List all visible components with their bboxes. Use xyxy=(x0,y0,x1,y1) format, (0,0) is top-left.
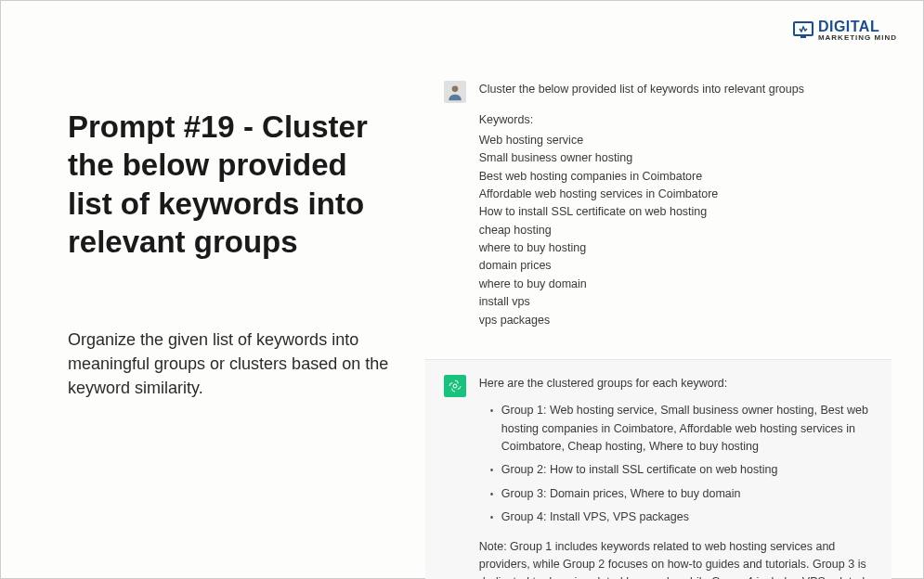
keyword-item: install vps xyxy=(479,293,873,311)
group-list: Group 1: Web hosting service, Small busi… xyxy=(490,402,873,526)
keyword-list: Web hosting service Small business owner… xyxy=(479,132,873,329)
left-panel: Prompt #19 - Cluster the below provided … xyxy=(1,1,425,578)
group-item: Group 4: Install VPS, VPS packages xyxy=(490,508,873,526)
logo-main-text: DIGITAL xyxy=(818,20,897,33)
brand-logo: DIGITAL MARKETING MIND xyxy=(792,19,897,42)
keyword-item: cheap hosting xyxy=(479,222,873,239)
logo-sub-text: MARKETING MIND xyxy=(818,34,897,41)
keyword-item: where to buy hosting xyxy=(479,239,873,257)
keyword-item: vps packages xyxy=(479,312,873,329)
group-item: Group 2: How to install SSL certificate … xyxy=(490,461,873,479)
logo-text: DIGITAL MARKETING MIND xyxy=(818,20,897,41)
user-message: Cluster the below provided list of keywo… xyxy=(425,66,891,344)
assistant-note: Note: Group 1 includes keywords related … xyxy=(479,538,873,580)
assistant-message: Here are the clustered groups for each k… xyxy=(425,359,891,579)
keyword-item: Small business owner hosting xyxy=(479,149,873,167)
keyword-item: Affordable web hosting services in Coimb… xyxy=(479,186,873,203)
group-item: Group 1: Web hosting service, Small busi… xyxy=(490,402,873,456)
keyword-item: How to install SSL certificate on web ho… xyxy=(479,203,873,221)
assistant-message-content: Here are the clustered groups for each k… xyxy=(479,375,873,579)
group-item: Group 3: Domain prices, Where to buy dom… xyxy=(490,485,873,503)
keywords-label: Keywords: xyxy=(479,111,873,129)
keyword-item: Web hosting service xyxy=(479,132,873,149)
svg-point-3 xyxy=(453,384,457,388)
page-description: Organize the given list of keywords into… xyxy=(68,328,397,400)
logo-icon xyxy=(792,19,814,42)
document-slide: DIGITAL MARKETING MIND Prompt #19 - Clus… xyxy=(0,0,924,579)
user-message-content: Cluster the below provided list of keywo… xyxy=(479,81,873,329)
svg-rect-1 xyxy=(800,36,806,38)
page-title: Prompt #19 - Cluster the below provided … xyxy=(68,108,397,261)
keyword-item: Best web hosting companies in Coimbatore xyxy=(479,168,873,186)
svg-point-2 xyxy=(451,86,458,93)
keyword-item: where to buy domain xyxy=(479,276,873,293)
user-prompt-line: Cluster the below provided list of keywo… xyxy=(479,81,873,98)
chat-panel: Cluster the below provided list of keywo… xyxy=(425,1,923,578)
keyword-item: domain prices xyxy=(479,257,873,275)
assistant-intro: Here are the clustered groups for each k… xyxy=(479,375,873,392)
assistant-avatar-icon xyxy=(444,375,466,397)
user-avatar-icon xyxy=(444,81,466,103)
